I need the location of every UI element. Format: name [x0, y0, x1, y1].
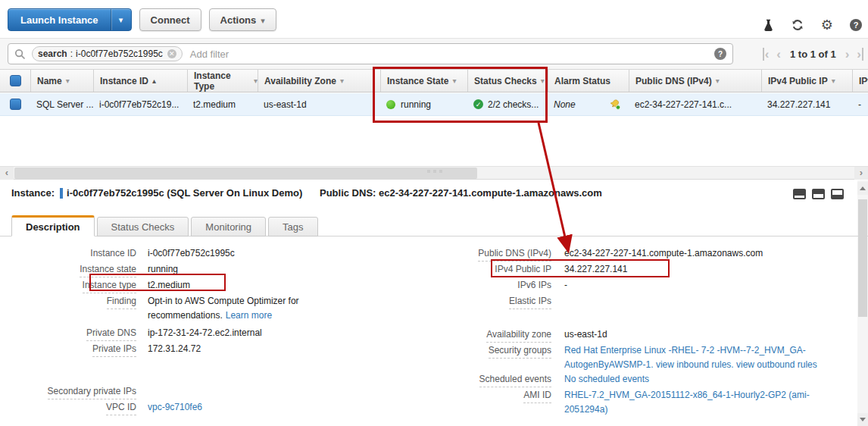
scroll-left-icon[interactable]: ‹: [0, 167, 14, 180]
pane-layout-controls: [793, 189, 844, 199]
field-secondary-private-ips: Secondary private IPs: [11, 384, 352, 400]
field-public-dns-ipv4: Public DNS (IPv4) ec2-34-227-227-141.com…: [424, 246, 845, 262]
gear-icon[interactable]: ⚙: [821, 18, 833, 32]
refresh-icon[interactable]: [791, 18, 804, 32]
utility-icons: ⚙ ?: [763, 18, 862, 32]
field-availability-zone: Availability zone us-east-1d: [424, 327, 845, 343]
alarm-bell-icon[interactable]: [608, 99, 621, 111]
cell-alarm-status: None: [548, 93, 629, 115]
description-right-column: Public DNS (IPv4) ec2-34-227-227-141.com…: [424, 246, 845, 417]
cell-instance-state: running: [380, 93, 467, 115]
vertical-scrollbar[interactable]: [857, 180, 868, 426]
top-toolbar: Launch Instance Connect Actions ⚙ ?: [0, 0, 868, 38]
connect-label: Connect: [151, 14, 190, 26]
pane-resize-handle[interactable]: [427, 170, 442, 173]
column-header-ipv4-public-ip[interactable]: IPv4 Public IP: [761, 70, 852, 92]
column-header-alarm-status[interactable]: Alarm Status: [548, 70, 629, 92]
column-header-public-dns[interactable]: Public DNS (IPv4): [629, 70, 761, 92]
horizontal-scrollbar-thumb[interactable]: [14, 168, 477, 179]
tab-tags[interactable]: Tags: [268, 217, 317, 236]
search-filter-tag[interactable]: search : i-0c0f77eb752c1995c ✕: [32, 46, 183, 61]
field-instance-state: Instance state running: [11, 262, 352, 278]
flask-icon[interactable]: [763, 19, 774, 32]
column-header-instance-id[interactable]: Instance ID: [93, 70, 187, 92]
learn-more-link[interactable]: Learn more: [226, 310, 272, 321]
table-header: Name Instance ID Instance Type Availabil…: [0, 69, 868, 92]
scroll-down-icon[interactable]: [857, 413, 868, 426]
previous-page-button[interactable]: ‹: [776, 48, 781, 61]
cell-instance-type: t2.medium: [187, 93, 258, 115]
search-help-icon[interactable]: ?: [714, 48, 726, 60]
action-buttons: Launch Instance Connect Actions: [8, 8, 284, 31]
cell-instance-id: i-0c0f77eb752c19...: [93, 93, 187, 115]
cell-ipv6: -: [852, 93, 868, 115]
pane-split-icon[interactable]: [812, 189, 825, 199]
launch-instance-button[interactable]: Launch Instance: [8, 8, 132, 31]
field-ipv6-ips: IPv6 IPs -: [424, 278, 845, 294]
select-all-checkbox[interactable]: [10, 75, 21, 86]
scheduled-events-link[interactable]: No scheduled events: [564, 374, 649, 384]
column-header-instance-type[interactable]: Instance Type: [187, 70, 258, 92]
first-page-button[interactable]: ‹: [763, 48, 770, 61]
column-header-status-checks[interactable]: Status Checks: [467, 70, 548, 92]
next-page-button[interactable]: ›: [845, 48, 850, 61]
tab-description[interactable]: Description: [11, 215, 95, 236]
tab-monitoring[interactable]: Monitoring: [191, 217, 266, 236]
field-security-groups: Security groups Red Hat Enterprise Linux…: [424, 343, 845, 372]
horizontal-scrollbar[interactable]: ‹ ›: [0, 166, 868, 180]
launch-instance-dropdown-icon[interactable]: [111, 9, 131, 30]
field-vpc-id: VPC ID vpc-9c710fe6: [11, 400, 352, 416]
pagination-status: 1 to 1 of 1: [790, 49, 836, 60]
ami-id-link[interactable]: RHEL-7.2_HVM_GA-20151112-x86_64-1-Hourly…: [564, 390, 810, 415]
field-instance-type: Instance type t2.medium: [11, 278, 352, 294]
actions-label: Actions: [220, 14, 257, 26]
column-header-availability-zone[interactable]: Availability Zone: [258, 70, 380, 92]
field-private-dns: Private DNS ip-172-31-24-72.ec2.internal: [11, 326, 352, 342]
tab-status-checks[interactable]: Status Checks: [97, 217, 189, 236]
help-icon[interactable]: ?: [850, 19, 862, 31]
pane-minimize-icon[interactable]: [793, 189, 806, 199]
actions-dropdown-icon: [256, 14, 265, 26]
field-private-ips: Private IPs 172.31.24.72: [11, 342, 352, 358]
running-state-icon: [386, 100, 395, 109]
vpc-id-link[interactable]: vpc-9c710fe6: [148, 402, 202, 412]
column-header-ipv6[interactable]: IPv6: [852, 70, 868, 92]
search-input[interactable]: search : i-0c0f77eb752c1995c ✕ Add filte…: [8, 43, 733, 64]
cell-status-checks: ✓ 2/2 checks...: [467, 93, 548, 115]
cell-availability-zone: us-east-1d: [258, 93, 380, 115]
security-groups-link[interactable]: Red Hat Enterprise Linux -RHEL- 7-2 -HVM…: [564, 345, 817, 370]
field-scheduled-events: Scheduled events No scheduled events: [424, 372, 845, 388]
instance-table-row[interactable]: SQL Server ... i-0c0f77eb752c19... t2.me…: [0, 93, 868, 116]
details-tabs: Description Status Checks Monitoring Tag…: [11, 215, 320, 236]
last-page-button[interactable]: ›: [857, 48, 863, 61]
instance-details-panel: Instance: i-0c0f77eb752c1995c (SQL Serve…: [0, 180, 868, 426]
instance-header-label: Instance:: [11, 187, 55, 199]
column-header-name[interactable]: Name: [30, 70, 93, 92]
description-left-column: Instance ID i-0c0f77eb752c1995c Instance…: [11, 246, 352, 416]
cell-ipv4-public-ip: 34.227.227.141: [761, 93, 852, 115]
filter-tag-value: i-0c0f77eb752c1995c: [76, 49, 163, 59]
selected-instance-marker: [60, 188, 63, 199]
details-header: Instance: i-0c0f77eb752c1995c (SQL Serve…: [11, 187, 302, 199]
actions-button[interactable]: Actions: [209, 8, 276, 31]
cell-name: SQL Server ...: [30, 93, 93, 115]
add-filter-placeholder[interactable]: Add filter: [190, 49, 714, 60]
field-ami-id: AMI ID RHEL-7.2_HVM_GA-20151112-x86_64-1…: [424, 388, 845, 417]
vertical-scrollbar-thumb[interactable]: [858, 199, 867, 317]
details-public-dns: Public DNS: ec2-34-227-227-141.compute-1…: [320, 187, 602, 199]
status-check-ok-icon: ✓: [473, 99, 483, 109]
filter-tag-key: search: [38, 49, 67, 59]
remove-filter-icon[interactable]: ✕: [167, 49, 176, 58]
connect-button[interactable]: Connect: [139, 8, 201, 31]
filter-tag-separator: :: [70, 49, 73, 59]
scroll-up-icon[interactable]: [857, 182, 868, 195]
field-finding: Finding Opt-in to AWS Compute Optimizer …: [11, 294, 352, 323]
ec2-console-page: Launch Instance Connect Actions ⚙ ?: [0, 0, 868, 426]
pane-maximize-icon[interactable]: [831, 189, 844, 199]
field-elastic-ips: Elastic IPs: [424, 294, 845, 310]
column-header-instance-state[interactable]: Instance State: [380, 70, 467, 92]
field-instance-id: Instance ID i-0c0f77eb752c1995c: [11, 246, 352, 262]
row-checkbox[interactable]: [10, 99, 21, 110]
instance-header-title: i-0c0f77eb752c1995c (SQL Server On Linux…: [67, 187, 302, 199]
scroll-right-icon[interactable]: ›: [854, 167, 868, 180]
